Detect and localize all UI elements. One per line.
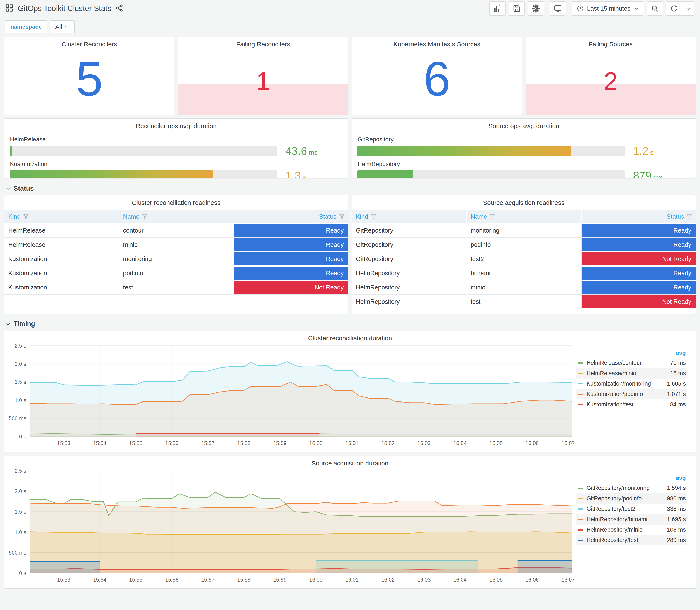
page-title: GitOps Toolkit Cluster Stats [18, 4, 111, 13]
panel-title[interactable]: Failing Sources [526, 37, 696, 48]
svg-text:1.5 s: 1.5 s [15, 509, 26, 515]
time-series-plot[interactable]: 0 s500 ms1.0 s1.5 s2.0 s2.5 s15:5315:541… [6, 343, 574, 448]
section-label: Timing [14, 320, 35, 328]
svg-text:16:06: 16:06 [525, 577, 539, 582]
cell-name: podinfo [119, 266, 234, 280]
column-header-status[interactable]: Status [582, 210, 696, 223]
table-header-row: KindNameStatus [4, 210, 348, 223]
cell-name: monitoring [467, 223, 582, 237]
legend-item: Kustomization/podinfo1.071 s [576, 389, 687, 399]
table-row: HelmRepositorytestNot Ready [352, 294, 696, 309]
gauge-label: HelmRelease [10, 136, 343, 143]
cell-name: test2 [467, 252, 582, 266]
cell-kind: HelmRelease [4, 238, 119, 252]
svg-text:15:54: 15:54 [93, 440, 107, 446]
series-name[interactable]: Kustomization/monitoring [587, 381, 667, 387]
refresh-interval-dropdown[interactable] [682, 1, 694, 16]
svg-text:16:06: 16:06 [525, 440, 539, 446]
panel-title[interactable]: Source acquisition readiness [352, 195, 696, 206]
series-name[interactable]: Kustomization/podinfo [587, 391, 667, 398]
column-header-name[interactable]: Name [119, 210, 234, 223]
legend-value-header[interactable]: avg [576, 349, 687, 358]
filter-funnel-icon [23, 214, 29, 219]
series-color-dash [577, 519, 583, 520]
column-header-kind[interactable]: Kind [352, 210, 467, 223]
panel-source-ops-avg-duration: Source ops avg. duration GitRepository 1… [352, 118, 696, 178]
cell-kind: GitRepository [352, 252, 467, 266]
svg-text:15:59: 15:59 [273, 440, 287, 446]
series-name[interactable]: GitRepository/podinfo [587, 495, 667, 502]
filter-funnel-icon [371, 214, 376, 219]
series-avg-value: 980 ms [667, 495, 686, 502]
status-badge: Ready [234, 252, 348, 266]
svg-text:15:56: 15:56 [165, 577, 179, 582]
cell-name: podinfo [467, 238, 582, 252]
gauge-fill [10, 146, 12, 156]
legend-item: HelmRepository/minio108 ms [576, 525, 687, 535]
dashboards-grid-icon[interactable] [5, 4, 14, 13]
legend-item: Kustomization/test84 ms [576, 399, 687, 410]
refresh-button[interactable] [666, 1, 682, 16]
series-color-dash [577, 363, 583, 364]
svg-text:15:54: 15:54 [93, 577, 107, 582]
series-name[interactable]: HelmRelease/minio [587, 370, 670, 376]
table-header-row: KindNameStatus [352, 210, 696, 223]
legend-value-header[interactable]: avg [576, 474, 687, 483]
panel-title[interactable]: Failing Reconcilers [178, 37, 348, 48]
cycle-view-mode-button[interactable] [550, 1, 566, 16]
panel-title[interactable]: Source ops avg. duration [356, 118, 691, 130]
series-name[interactable]: Kustomization/test [587, 401, 670, 408]
svg-text:2.5 s: 2.5 s [15, 468, 26, 474]
add-panel-button[interactable] [489, 1, 506, 16]
section-row-timing[interactable]: Timing [4, 317, 696, 331]
svg-text:16:04: 16:04 [453, 440, 467, 446]
cell-kind: HelmRepository [352, 294, 467, 309]
namespace-variable-select[interactable]: All [50, 20, 75, 33]
series-color-dash [577, 487, 583, 489]
panel-source-acquisition-readiness: Source acquisition readiness KindNameSta… [352, 195, 696, 314]
save-dashboard-button[interactable] [508, 1, 525, 16]
cell-kind: HelmRelease [4, 223, 119, 237]
panel-title[interactable]: Cluster reconciliation readiness [4, 195, 348, 206]
series-name[interactable]: GitRepository/monitoring [587, 485, 667, 492]
share-icon[interactable] [116, 4, 123, 13]
cell-kind: Kustomization [4, 252, 119, 266]
table-row: KustomizationtestNot Ready [4, 280, 348, 294]
panel-title[interactable]: Reconciler ops avg. duration [9, 118, 344, 130]
bar-gauge-row: HelmRelease 43.6ms [10, 136, 343, 157]
zoom-out-time-button[interactable] [647, 1, 663, 16]
svg-text:2.0 s: 2.0 s [15, 488, 26, 494]
series-name[interactable]: HelmRepository/test [587, 537, 667, 544]
section-label: Status [14, 185, 34, 192]
svg-text:16:01: 16:01 [345, 577, 359, 582]
series-name[interactable]: HelmRepository/bitnami [587, 516, 667, 523]
svg-text:16:01: 16:01 [345, 440, 359, 446]
gauge-label: GitRepository [358, 136, 691, 143]
cell-name: bitnami [467, 266, 582, 280]
column-header-kind[interactable]: Kind [4, 210, 119, 223]
legend-item: GitRepository/test2338 ms [576, 504, 687, 514]
panel-title[interactable]: Kubernetes Manifests Sources [352, 37, 522, 48]
panel-title[interactable]: Cluster Reconcilers [4, 37, 174, 48]
series-color-dash [577, 383, 583, 385]
section-row-status[interactable]: Status [4, 182, 696, 195]
legend-item: HelmRelease/minio16 ms [576, 368, 687, 379]
svg-text:16:05: 16:05 [489, 577, 503, 582]
series-name[interactable]: HelmRepository/minio [587, 527, 667, 533]
series-name[interactable]: HelmRelease/contour [587, 359, 670, 366]
panel-title[interactable]: Cluster reconciliation duration [4, 331, 696, 342]
svg-text:15:57: 15:57 [201, 577, 215, 582]
panel-title[interactable]: Source acquisition duration [4, 456, 696, 467]
chevron-down-icon [5, 186, 11, 191]
dashboard-settings-button[interactable] [528, 1, 544, 16]
cell-name: minio [467, 280, 582, 294]
series-avg-value: 71 ms [670, 359, 686, 366]
cell-kind: Kustomization [4, 266, 119, 280]
series-name[interactable]: GitRepository/test2 [587, 505, 667, 512]
column-header-status[interactable]: Status [234, 210, 348, 223]
time-series-plot[interactable]: 0 s500 ms1.0 s1.5 s2.0 s2.5 s15:5315:541… [6, 468, 574, 585]
svg-text:15:53: 15:53 [57, 440, 70, 446]
time-range-picker[interactable]: Last 15 minutes [572, 1, 644, 16]
cell-kind: HelmRepository [352, 280, 467, 294]
column-header-name[interactable]: Name [467, 210, 582, 223]
